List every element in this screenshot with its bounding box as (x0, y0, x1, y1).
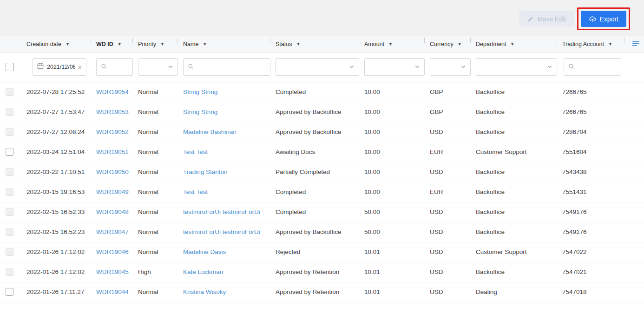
cell-currency: USD (430, 222, 476, 242)
cell-tools (630, 122, 644, 142)
mass-edit-button[interactable]: Mass Edit (519, 11, 574, 27)
currency-filter-select[interactable] (430, 58, 471, 76)
row-checkbox[interactable] (6, 268, 13, 276)
sort-dropdown-icon[interactable]: ▼ (296, 42, 300, 47)
wd-id-filter-input[interactable] (110, 63, 128, 71)
column-header-trading-account[interactable]: Trading Account▼ (562, 36, 630, 52)
filter-row: 2021/12/06-... × (0, 52, 644, 82)
cell-name: Trading Stanton (183, 162, 276, 182)
cell-wd-id: WDR19051 (96, 142, 138, 162)
wd-id-link[interactable]: WDR19045 (96, 268, 129, 275)
row-checkbox-cell (0, 242, 26, 262)
department-filter-select[interactable] (476, 58, 557, 76)
column-header-status[interactable]: Status▼ (276, 36, 364, 52)
priority-filter-select[interactable] (138, 58, 178, 76)
amount-filter-select[interactable] (364, 58, 425, 76)
cell-creation-date: 2022-07-27 12:08:24 (26, 122, 96, 142)
column-header-department[interactable]: Department▼ (476, 36, 562, 52)
wd-id-filter-cell (96, 52, 138, 82)
client-name-link[interactable]: String String (183, 88, 217, 95)
table-row: 2022-02-15 16:52:33 WDR19048 Normal test… (0, 202, 644, 222)
client-name-link[interactable]: Kate Lockman (183, 268, 223, 275)
cell-trading-account: 7549176 (562, 202, 630, 222)
export-button[interactable]: Export (581, 11, 626, 27)
column-header-priority[interactable]: Priority▼ (138, 36, 183, 52)
row-checkbox[interactable] (6, 168, 13, 176)
cell-wd-id: WDR19046 (96, 242, 138, 262)
status-filter-select[interactable] (276, 58, 359, 76)
sort-dropdown-icon[interactable]: ▼ (458, 42, 462, 47)
wd-id-link[interactable]: WDR19053 (96, 108, 129, 115)
name-filter (183, 58, 270, 76)
sort-dropdown-icon[interactable]: ▼ (66, 42, 70, 47)
cell-tools (630, 202, 644, 222)
cell-tools (630, 242, 644, 262)
row-checkbox-cell (0, 222, 26, 242)
client-name-link[interactable]: testmiroForUi testmiroForUi (183, 228, 260, 235)
row-checkbox[interactable] (6, 188, 13, 196)
name-filter-input[interactable] (197, 63, 266, 71)
wd-id-link[interactable]: WDR19048 (96, 208, 129, 215)
row-checkbox[interactable] (6, 208, 13, 216)
wd-id-filter (96, 58, 133, 76)
client-name-link[interactable]: Test Test (183, 188, 208, 195)
row-checkbox[interactable] (6, 228, 13, 236)
cell-currency: GBP (430, 82, 476, 102)
row-checkbox[interactable] (6, 148, 13, 156)
sort-dropdown-icon[interactable]: ▼ (388, 42, 393, 47)
sort-dropdown-icon[interactable]: ▼ (160, 42, 164, 47)
department-filter-cell (476, 52, 562, 82)
client-name-link[interactable]: Kristina Wisoky (183, 288, 226, 295)
table-row: 2022-01-26 17:11:27 WDR19044 Normal Kris… (0, 282, 644, 302)
client-name-link[interactable]: Test Test (183, 148, 208, 155)
cell-currency: GBP (430, 102, 476, 122)
column-header-name[interactable]: Name▼ (183, 36, 276, 52)
column-settings-icon[interactable] (632, 40, 639, 48)
sort-dropdown-icon[interactable]: ▼ (510, 42, 514, 47)
wd-id-link[interactable]: WDR19054 (96, 88, 129, 95)
sort-dropdown-icon[interactable]: ▼ (608, 42, 612, 47)
cell-priority: Normal (138, 282, 183, 302)
table-row: 2022-03-24 12:51:04 WDR19051 Normal Test… (0, 142, 644, 162)
client-name-link[interactable]: Trading Stanton (183, 168, 228, 175)
row-checkbox[interactable] (6, 108, 13, 116)
cell-wd-id: WDR19044 (96, 282, 138, 302)
cell-status: Approved by Backoffice (276, 102, 364, 122)
client-name-link[interactable]: Madeline Davis (183, 248, 226, 255)
column-label: Name (183, 41, 198, 47)
wd-id-link[interactable]: WDR19052 (96, 128, 129, 135)
cell-priority: High (138, 262, 183, 282)
column-header-currency[interactable]: Currency▼ (430, 36, 476, 52)
clear-filter-icon[interactable]: × (75, 64, 82, 71)
cell-trading-account: 7549176 (562, 222, 630, 242)
client-name-link[interactable]: Madeline Bashirian (183, 128, 237, 135)
wd-id-link[interactable]: WDR19050 (96, 168, 129, 175)
sort-dropdown-icon[interactable]: ▼ (203, 42, 207, 47)
column-header-creation-date[interactable]: Creation date▼ (26, 36, 96, 52)
row-checkbox[interactable] (6, 288, 13, 296)
wd-id-link[interactable]: WDR19046 (96, 248, 129, 255)
row-checkbox[interactable] (6, 88, 13, 96)
search-icon (568, 63, 574, 71)
cell-name: testmiroForUi testmiroForUi (183, 202, 276, 222)
trading-account-filter-input[interactable] (578, 63, 617, 71)
cell-tools (630, 162, 644, 182)
client-name-link[interactable]: String String (183, 108, 217, 115)
row-checkbox[interactable] (6, 128, 13, 136)
cell-creation-date: 2022-02-15 16:52:23 (26, 222, 96, 242)
cell-trading-account: 7551604 (562, 142, 630, 162)
wd-id-link[interactable]: WDR19047 (96, 228, 129, 235)
creation-date-filter[interactable]: 2021/12/06-... × (33, 58, 86, 76)
cell-currency: USD (430, 162, 476, 182)
column-header-amount[interactable]: Amount▼ (364, 36, 430, 52)
select-all-checkbox[interactable] (6, 63, 14, 71)
wd-id-link[interactable]: WDR19051 (96, 148, 129, 155)
column-header-wd-id[interactable]: WD ID▼ (96, 36, 138, 52)
sort-dropdown-icon[interactable]: ▼ (118, 42, 122, 47)
row-checkbox[interactable] (6, 248, 13, 256)
wd-id-link[interactable]: WDR19044 (96, 288, 129, 295)
cell-trading-account: 7286704 (562, 122, 630, 142)
wd-id-link[interactable]: WDR19049 (96, 188, 129, 195)
cell-department: Backoffice (476, 262, 562, 282)
client-name-link[interactable]: testmiroForUi testmiroForUi (183, 208, 260, 215)
